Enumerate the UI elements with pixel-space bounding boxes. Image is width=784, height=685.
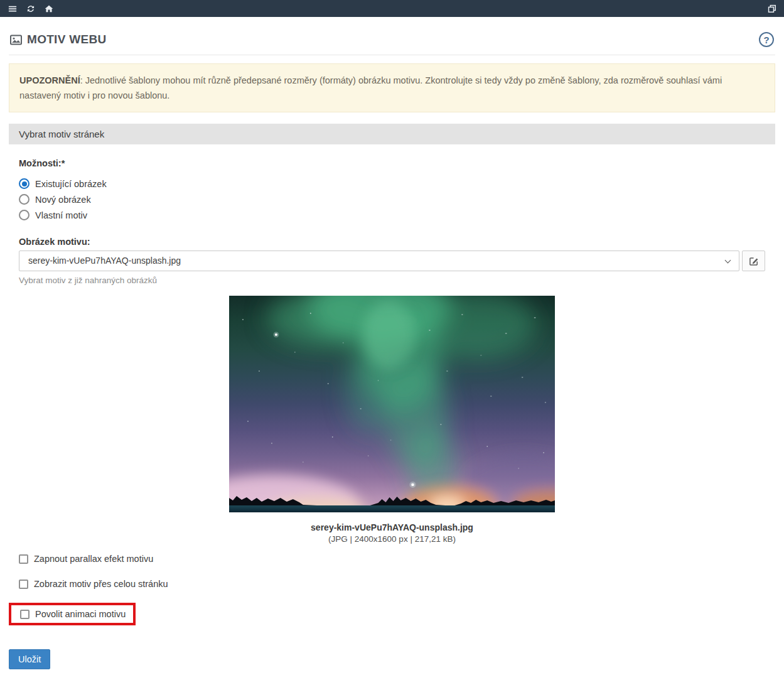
warning-text: : Jednotlivé šablony mohou mít různě pře… <box>19 75 722 100</box>
red-highlight-box: Povolit animaci motivu <box>9 603 136 625</box>
radio-label: Nový obrázek <box>35 195 91 205</box>
preview-meta: (JPG | 2400x1600 px | 217,21 kB) <box>19 534 765 544</box>
options-label: Možnosti:* <box>19 158 765 168</box>
section-body: Možnosti:* Existující obrázek Nový obráz… <box>9 158 775 669</box>
checkbox-icon <box>20 610 30 619</box>
checkbox-icon <box>19 554 28 564</box>
warning-label: UPOZORNĚNÍ <box>19 75 80 85</box>
save-button[interactable]: Uložit <box>9 649 50 669</box>
checkbox-label: Zobrazit motiv přes celou stránku <box>34 579 168 589</box>
checkbox-label: Povolit animaci motivu <box>35 609 126 619</box>
edit-icon <box>749 256 759 266</box>
checkbox-label: Zapnout parallax efekt motivu <box>34 554 153 564</box>
radio-group: Existující obrázek Nový obrázek Vlastní … <box>19 176 765 223</box>
warning-banner: UPOZORNĚNÍ: Jednotlivé šablony mohou mít… <box>9 63 775 112</box>
home-icon[interactable] <box>44 4 53 13</box>
checkbox-fullpage[interactable]: Zobrazit motiv přes celou stránku <box>19 578 765 590</box>
image-select[interactable]: serey-kim-vUePu7hAYAQ-unsplash.jpg <box>19 251 739 271</box>
radio-icon <box>19 194 30 205</box>
preview-filename: serey-kim-vUePu7hAYAQ-unsplash.jpg <box>19 522 765 532</box>
windows-icon[interactable] <box>767 4 776 13</box>
page-header: MOTIV WEBU ? <box>10 32 774 47</box>
theme-preview: serey-kim-vUePu7hAYAQ-unsplash.jpg (JPG … <box>19 296 765 544</box>
checkbox-parallax[interactable]: Zapnout parallax efekt motivu <box>19 553 765 565</box>
help-icon[interactable]: ? <box>759 32 774 47</box>
radio-icon <box>19 210 30 220</box>
radio-icon <box>19 178 30 189</box>
theme-panel: Vybrat motiv stránek Možnosti:* Existují… <box>9 124 775 669</box>
radio-existing-image[interactable]: Existující obrázek <box>19 176 765 191</box>
refresh-icon[interactable] <box>26 4 35 13</box>
menu-icon[interactable] <box>8 4 17 13</box>
topbar <box>0 0 784 17</box>
image-select-value: serey-kim-vUePu7hAYAQ-unsplash.jpg <box>28 256 181 266</box>
page-title: MOTIV WEBU <box>27 33 107 46</box>
radio-custom-theme[interactable]: Vlastní motiv <box>19 207 765 223</box>
header-divider <box>9 55 775 55</box>
image-select-helper: Vybrat motiv z již nahraných obrázků <box>19 276 765 285</box>
chevron-down-icon <box>725 257 731 264</box>
checkbox-animation[interactable]: Povolit animaci motivu <box>19 608 126 620</box>
radio-label: Existující obrázek <box>35 179 107 189</box>
section-header: Vybrat motiv stránek <box>9 124 775 144</box>
edit-image-button[interactable] <box>742 251 765 271</box>
radio-label: Vlastní motiv <box>35 210 87 220</box>
aurora-preview-image <box>229 296 555 512</box>
radio-new-image[interactable]: Nový obrázek <box>19 191 765 207</box>
image-select-row: serey-kim-vUePu7hAYAQ-unsplash.jpg <box>19 251 765 271</box>
image-select-label: Obrázek motivu: <box>19 237 765 247</box>
checkbox-group: Zapnout parallax efekt motivu Zobrazit m… <box>19 553 765 625</box>
checkbox-icon <box>19 580 28 589</box>
image-icon <box>10 35 22 45</box>
